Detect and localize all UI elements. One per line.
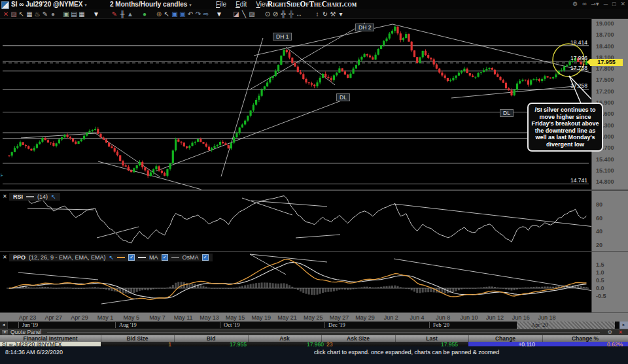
move-icon[interactable]: ╬ — [287, 10, 295, 18]
quote-close-icon[interactable]: ✕ — [618, 329, 623, 335]
expand-v-icon[interactable]: ↕ — [313, 10, 321, 18]
column-separator — [542, 335, 543, 342]
flask-tool-icon[interactable]: ♨ — [33, 10, 41, 18]
area-chart-icon[interactable]: ▲ — [126, 10, 134, 18]
rsi-params: (14) — [37, 193, 48, 200]
eraser-icon[interactable]: ◪ — [232, 10, 240, 18]
ppo-close-button[interactable]: ✕ — [3, 254, 7, 260]
timeline-thumb[interactable]: Apr '20 — [517, 322, 615, 329]
trendline-icon[interactable]: ╲ — [240, 10, 248, 18]
symbol-text: SI ∞ Jul29'20 @NYMEX — [11, 1, 82, 8]
minimize-icon[interactable]: ─ — [604, 1, 608, 7]
scroll-left-icon[interactable]: ◄ — [0, 322, 8, 329]
date-tick: Jun 16 — [512, 314, 530, 321]
image-tool-icon[interactable]: ▣ — [62, 10, 70, 18]
column-header-ask-size[interactable]: Ask Size — [347, 335, 370, 342]
grid-tool-icon[interactable]: ▦ — [26, 10, 33, 18]
close-icon[interactable]: ✕ — [620, 1, 625, 7]
timeline-label: Feb '20 — [433, 322, 449, 329]
column-header-bid[interactable]: Bid — [207, 335, 216, 342]
wrench-icon[interactable]: ⚒ — [329, 10, 337, 18]
symbol-selector[interactable]: SI ∞ Jul29'20 @NYMEX▾ — [11, 1, 87, 8]
quote-panel-title: Quote Panel — [10, 329, 41, 335]
drawing-anchor-icon[interactable]: ⊦ — [1, 173, 3, 178]
pan-icon[interactable]: ╬ — [279, 10, 287, 18]
rsi-close-button[interactable]: ✕ — [3, 193, 7, 199]
timeline-tick — [220, 322, 220, 328]
collapse-icon[interactable]: ▼ — [2, 330, 8, 335]
expand-h-icon[interactable]: ↔ — [295, 10, 303, 18]
redo-icon[interactable]: ↷ — [194, 10, 202, 18]
zoom-out-icon[interactable]: ⊘ — [271, 10, 279, 18]
price-tick: 17.200 — [596, 88, 614, 95]
column-header-bid-size[interactable]: Bid Size — [126, 335, 148, 342]
text-note-icon[interactable]: ▣ — [171, 10, 179, 18]
circle-tool-icon[interactable]: ● — [49, 10, 57, 18]
chart-type-dropdown-icon[interactable]: ▼ — [92, 10, 100, 18]
indicator-icon[interactable]: ● — [141, 10, 148, 18]
date-tick: May 5 — [124, 314, 140, 321]
gear-icon[interactable]: ⚙ — [608, 329, 612, 335]
multiline-icon[interactable]: ▨ — [248, 10, 256, 18]
swing-label-dl[interactable]: DL — [500, 109, 514, 117]
date-tick: May 1 — [97, 314, 114, 321]
undo-icon[interactable]: ↶ — [186, 10, 194, 18]
swing-label-dh1[interactable]: DH 1 — [273, 33, 292, 41]
brush-tool-icon[interactable]: ✎ — [41, 10, 49, 18]
drawing-toolbar: ✕▨↖▦♨✎●▣▤▦▼✎╫▲●⊕↖▣▣↶↷⇨▼◪╲▨⊙⊘╬╬↔↕↻⚒▾ — [0, 9, 628, 19]
timeline-tick — [18, 322, 19, 328]
delete-tool-icon[interactable]: ✕ — [2, 10, 10, 18]
chart-style-icon[interactable]: ▤ — [70, 10, 78, 18]
callout-tool-icon[interactable]: ⇨ — [202, 10, 210, 18]
column-separator — [248, 335, 249, 342]
selection-tool-icon[interactable]: ▨ — [10, 10, 18, 18]
trading-app-window: SI ∞ Jul29'20 @NYMEX▾ 2 Months/Hourly ca… — [0, 0, 628, 364]
timeframe-selector[interactable]: 2 Months/Hourly candles▾ — [110, 1, 192, 8]
date-tick: Jun 4 — [410, 314, 424, 321]
settings-icon[interactable]: ⚙ — [572, 1, 578, 7]
column-header-change-[interactable]: Change % — [572, 335, 599, 342]
zoom-in-icon[interactable]: ⊙ — [264, 10, 271, 18]
date-tick: May 25 — [304, 314, 323, 321]
menu-edit[interactable]: Edit — [236, 1, 247, 8]
date-axis[interactable]: Apr 23Apr 27Apr 29May 1May 5May 7May 11M… — [0, 312, 628, 322]
column-header-last[interactable]: Last — [426, 335, 437, 342]
price-tick: 18.700 — [596, 31, 614, 38]
timeline-scrollbar[interactable]: ◄ Apr '20 ► Jun '19Aug '19Oct '19Dec '19… — [0, 322, 628, 329]
link-icon[interactable]: ∞ — [582, 1, 586, 7]
crosshair-icon[interactable]: ⊕ — [155, 10, 163, 18]
cursor-tool-icon[interactable]: ↖ — [163, 10, 171, 18]
price-tick: 17.500 — [596, 76, 614, 83]
stamp-tool-icon[interactable]: ↖ — [18, 10, 26, 18]
ppo-ma-swatch — [138, 257, 146, 258]
rsi-pointer-icon[interactable]: ↖ — [51, 193, 56, 200]
ppo-ma-checkbox[interactable] — [162, 254, 168, 261]
tools-dropdown-icon[interactable]: ▾ — [337, 10, 345, 18]
ppo-line-checkbox[interactable] — [128, 254, 135, 261]
draw-dropdown-icon[interactable]: ▼ — [215, 10, 223, 18]
ppo-osma-checkbox[interactable] — [202, 254, 209, 261]
candlestick-icon[interactable]: ╫ — [118, 10, 126, 18]
price-tick: 17.800 — [596, 65, 614, 72]
menu-file[interactable]: File — [216, 1, 226, 8]
rsi-indicator-chart[interactable] — [0, 191, 591, 251]
text-box-icon[interactable]: ▣ — [179, 10, 186, 18]
scroll-right-icon[interactable]: ► — [619, 322, 628, 329]
ppo-osma-label: OsMA — [183, 254, 199, 261]
date-tick: Jun 12 — [486, 314, 504, 321]
refresh-icon[interactable]: ↻ — [321, 10, 329, 18]
column-header-ask[interactable]: Ask — [279, 335, 290, 342]
ppo-pointer-icon[interactable]: ↖ — [109, 254, 114, 261]
annotation-callout[interactable]: /SI silver continues to move higher sinc… — [527, 103, 603, 152]
main-price-chart[interactable]: 18.41417.99617.73817.25814.741 — [0, 19, 591, 190]
draw-pencil-icon[interactable]: ✎ — [111, 10, 118, 18]
column-header-change[interactable]: Change — [495, 335, 515, 342]
maximize-icon[interactable]: □ — [612, 1, 616, 7]
menu-bar: FileEditView — [216, 1, 270, 8]
swing-label-dh2[interactable]: DH 2 — [355, 24, 374, 31]
pin-icon[interactable]: ⊸▾ — [591, 1, 599, 7]
date-tick: Apr 27 — [44, 314, 62, 321]
swing-label-dl[interactable]: DL — [336, 93, 350, 101]
ppo-tick: 0.5 — [596, 277, 604, 284]
layout-grid-icon[interactable]: ▦ — [78, 10, 86, 18]
